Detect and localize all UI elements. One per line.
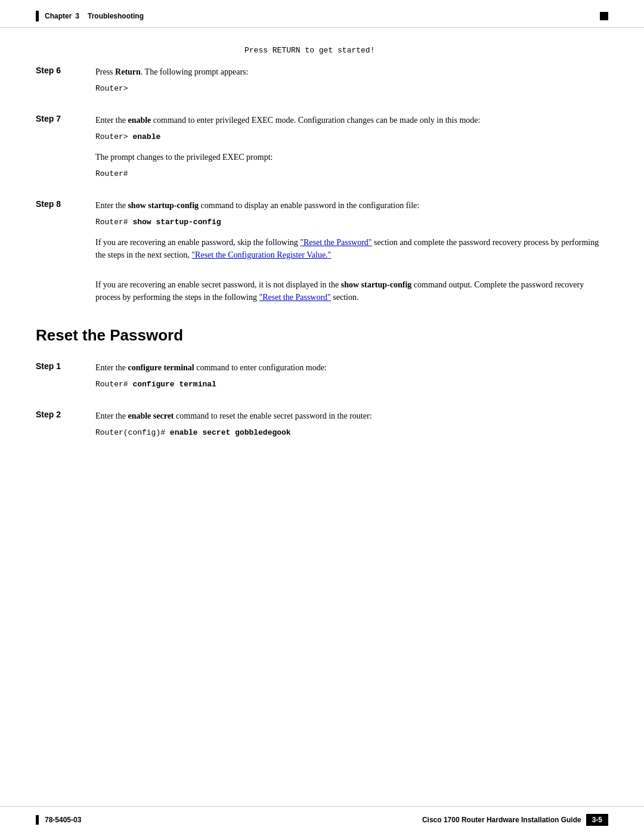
step-8-bold2: show startup-config: [341, 280, 412, 289]
step-6-content: Press Return. The following prompt appea…: [95, 66, 608, 103]
step-lower-1-text: Enter the configure terminal command to …: [95, 361, 608, 374]
main-content: Press RETURN to get started! Step 6 Pres…: [0, 28, 644, 493]
step-7-text: Enter the enable command to enter privil…: [95, 114, 608, 126]
header-chapter-title: Troubleshooting: [88, 12, 144, 20]
step-7-prompt-change: The prompt changes to the privileged EXE…: [95, 151, 608, 163]
step-7-code2: Router#: [95, 168, 608, 180]
footer-left: 78-5405-03: [36, 815, 81, 825]
footer-bar-icon: [36, 815, 39, 825]
step-lower-1-code: Router# configure terminal: [95, 379, 608, 391]
step-6-row: Step 6 Press Return. The following promp…: [36, 66, 608, 103]
step-lower-1-label: Step 1: [36, 361, 95, 371]
step-8-bold: show startup-config: [128, 201, 199, 210]
footer-page-number: 3-5: [586, 814, 608, 826]
footer-title: Cisco 1700 Router Hardware Installation …: [422, 816, 581, 824]
step-8-label: Step 8: [36, 199, 95, 209]
step-6-label: Step 6: [36, 66, 95, 75]
step-lower-1-row: Step 1 Enter the configure terminal comm…: [36, 361, 608, 399]
footer-doc-num: 78-5405-03: [45, 816, 81, 824]
step-8-para2: If you are recovering an enable secret p…: [95, 278, 608, 304]
step-8-content: Enter the show startup-config command to…: [95, 199, 608, 309]
header-chapter-label: Chapter: [45, 12, 72, 20]
step-7-row: Step 7 Enter the enable command to enter…: [36, 114, 608, 188]
step-6-code: Router>: [95, 83, 608, 95]
header-bar-icon: [36, 11, 39, 21]
step-lower-2-code: Router(config)# enable secret gobbledego…: [95, 427, 608, 439]
footer-right: Cisco 1700 Router Hardware Installation …: [422, 814, 608, 826]
step-7-bold: enable: [128, 116, 151, 125]
reset-password-link1[interactable]: "Reset the Password": [300, 238, 371, 247]
header-square-icon: [600, 12, 608, 20]
section-heading-reset-password: Reset the Password: [36, 326, 608, 347]
step-8-row: Step 8 Enter the show startup-config com…: [36, 199, 608, 309]
step-7-label: Step 7: [36, 114, 95, 123]
page-header: Chapter 3 Troubleshooting: [0, 0, 644, 28]
step-lower-2-content: Enter the enable secret command to reset…: [95, 410, 608, 447]
page-footer: 78-5405-03 Cisco 1700 Router Hardware In…: [0, 806, 644, 833]
page: Chapter 3 Troubleshooting Press RETURN t…: [0, 0, 644, 833]
step-8-code: Router# show startup-config: [95, 216, 608, 228]
reset-password-link2[interactable]: "Reset the Password": [259, 293, 331, 302]
step-7-code: Router> enable: [95, 131, 608, 143]
step-8-text: Enter the show startup-config command to…: [95, 199, 608, 212]
step-6-bold: Return: [115, 67, 141, 76]
step-lower-1-bold: configure terminal: [128, 363, 194, 372]
step-lower-2-label: Step 2: [36, 410, 95, 419]
reset-config-register-link[interactable]: "Reset the Configuration Register Value.…: [191, 250, 331, 259]
top-code-line: Press RETURN to get started!: [244, 46, 608, 55]
step-lower-2-row: Step 2 Enter the enable secret command t…: [36, 410, 608, 447]
step-7-content: Enter the enable command to enter privil…: [95, 114, 608, 188]
step-6-text: Press Return. The following prompt appea…: [95, 66, 608, 78]
step-lower-1-content: Enter the configure terminal command to …: [95, 361, 608, 399]
step-8-para1: If you are recovering an enable password…: [95, 236, 608, 261]
step-lower-2-bold: enable secret: [128, 411, 174, 420]
header-chapter-num: 3: [75, 12, 79, 20]
step-lower-2-text: Enter the enable secret command to reset…: [95, 410, 608, 422]
